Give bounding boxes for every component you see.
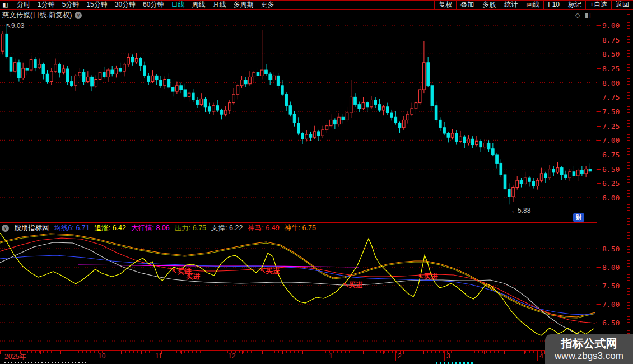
indicator-field-神马: 神马: 6.49: [248, 223, 279, 233]
main-axis-label: 6.75: [602, 151, 620, 159]
low-price-label: ←5.88: [511, 207, 530, 214]
window-split-icon[interactable]: ◧: [0, 1, 11, 9]
main-axis-tick: [597, 25, 601, 26]
main-axis-tick: [597, 40, 601, 40]
indicator-field-神牛: 神牛: 6.75: [285, 223, 316, 233]
period-tab-1分钟[interactable]: 1分钟: [38, 1, 55, 9]
period-tab-日线[interactable]: 日线: [171, 1, 184, 9]
price-axis: 9.008.758.508.258.007.757.507.257.006.75…: [597, 20, 626, 361]
indicator-axis-tick: [597, 267, 601, 268]
month-boundary-line: [96, 351, 96, 361]
month-label-4: 4: [539, 352, 543, 360]
title-right-icons[interactable]: ◇◧: [575, 11, 595, 19]
toolbar-button-叠加[interactable]: 叠加: [456, 1, 478, 9]
buy-signal: ↖买进: [343, 281, 362, 290]
toolbar-button-多股[interactable]: 多股: [478, 1, 500, 9]
indicator-axis-label: 8.50: [602, 245, 620, 253]
month-label-10: 10: [98, 352, 105, 360]
buy-signal: ↖买进: [260, 267, 280, 276]
main-axis-label: 8.75: [602, 36, 620, 44]
main-axis-tick: [597, 68, 601, 69]
main-axis-label: 7.50: [602, 108, 620, 116]
indicator-axis-label: 8.00: [602, 263, 620, 272]
month-label-12: 12: [228, 352, 235, 360]
indicator-line-神牛: [0, 234, 595, 317]
indicator-field-大行情: 大行情: 8.06: [131, 223, 170, 233]
indicator-line-支撑: [0, 242, 595, 339]
main-axis-label: 7.25: [602, 122, 620, 130]
time-axis-major-ticks: [0, 351, 597, 354]
watermark-site-name: 指标公式网: [561, 337, 617, 350]
month-boundary-line: [327, 351, 327, 361]
period-tab-30分钟[interactable]: 30分钟: [115, 1, 136, 9]
main-axis-tick: [597, 54, 601, 54]
main-axis-tick: [597, 83, 601, 83]
main-axis-tick: [597, 169, 601, 170]
period-tab-多周期[interactable]: 多周期: [233, 1, 253, 9]
period-tab-周线[interactable]: 周线: [192, 1, 205, 9]
top-toolbar: ◧ 分时1分钟5分钟15分钟30分钟60分钟日线周线月线多周期更多 复权叠加多股…: [0, 0, 633, 10]
indicator-field-压力: 压力: 6.75: [175, 223, 206, 233]
toolbar-button-标记[interactable]: 标记: [564, 1, 585, 9]
indicator-axis-label: 7.50: [602, 282, 620, 290]
indicator-field-均线6: 均线6: 6.71: [54, 223, 90, 233]
watermark-url: www.zbgs3.com: [555, 350, 623, 362]
main-axis-label: 7.00: [602, 136, 620, 144]
indicator-field-支撑: 支撑: 6.22: [211, 223, 243, 233]
indicator-field-追涨: 追涨: 6.42: [95, 223, 126, 233]
buy-signal: 买进: [186, 272, 200, 282]
toolbar-button-返回[interactable]: 返回: [611, 1, 633, 9]
month-label-11: 11: [155, 352, 162, 360]
indicator-values: 均线6: 6.71追涨: 6.42大行情: 8.06压力: 6.75支撑: 6.…: [54, 223, 321, 233]
toolbar-button-统计[interactable]: 统计: [500, 1, 522, 9]
main-axis-tick: [597, 126, 601, 127]
main-axis-tick: [597, 198, 601, 198]
indicator-axis-tick: [597, 286, 601, 286]
main-axis-tick: [597, 155, 601, 155]
high-price-label: ↖9.03: [6, 22, 24, 30]
buy-signal: ↖买进: [418, 272, 437, 282]
main-axis-label: 6.50: [602, 165, 620, 174]
indicator-chevron-icon[interactable]: ∨: [2, 225, 9, 232]
month-boundary-line: [395, 351, 396, 361]
main-axis-tick: [597, 140, 601, 141]
indicator-chart[interactable]: [0, 233, 597, 350]
month-boundary-line: [226, 351, 226, 361]
panel-icon[interactable]: ◧: [585, 11, 595, 19]
main-axis-tick: [597, 97, 601, 97]
month-label-2: 2: [398, 352, 402, 360]
indicator-axis-tick: [597, 304, 601, 305]
period-tab-5分钟[interactable]: 5分钟: [62, 1, 80, 9]
indicator-source: 股朋指标网: [14, 223, 49, 233]
period-tab-月线[interactable]: 月线: [212, 1, 226, 9]
month-boundary-line: [537, 351, 538, 361]
watermark: 指标公式网 www.zbgs3.com: [545, 334, 633, 364]
toolbar-button-+自选[interactable]: +自选: [585, 1, 611, 9]
stock-title: 慈文传媒(日线.前复权): [0, 11, 72, 20]
main-axis-label: 9.00: [602, 21, 620, 30]
period-tab-分时[interactable]: 分时: [17, 1, 30, 9]
indicator-axis-label: 7.00: [602, 300, 620, 309]
indicator-axis-label: 6.50: [602, 319, 620, 327]
finance-news-badge[interactable]: 财: [573, 213, 584, 222]
year-label: 2025年: [4, 352, 26, 362]
period-tab-60分钟[interactable]: 60分钟: [143, 1, 164, 9]
period-tab-更多[interactable]: 更多: [260, 1, 274, 9]
toolbar-button-画线[interactable]: 画线: [522, 1, 543, 9]
main-axis-label: 8.25: [602, 64, 620, 73]
toolbar-button-复权[interactable]: 复权: [434, 1, 456, 9]
right-ruler-strip[interactable]: [627, 14, 632, 364]
time-axis[interactable]: 2025年 1011121234: [0, 350, 626, 361]
main-axis-tick: [597, 111, 601, 112]
candlestick-chart[interactable]: [0, 20, 597, 222]
month-boundary-line: [153, 351, 153, 361]
main-axis-label: 6.25: [602, 179, 620, 188]
chevron-down-icon[interactable]: ∨: [75, 12, 82, 19]
main-axis-label: 8.00: [602, 79, 620, 87]
diamond-icon[interactable]: ◇: [575, 11, 584, 19]
chart-title-row: 慈文传媒(日线.前复权) ∨ ◇◧: [0, 10, 626, 20]
toolbar-button-F10[interactable]: F10: [543, 1, 564, 9]
period-tab-15分钟[interactable]: 15分钟: [86, 1, 107, 9]
month-label-1: 1: [329, 352, 333, 360]
main-axis-label: 8.50: [602, 50, 620, 58]
